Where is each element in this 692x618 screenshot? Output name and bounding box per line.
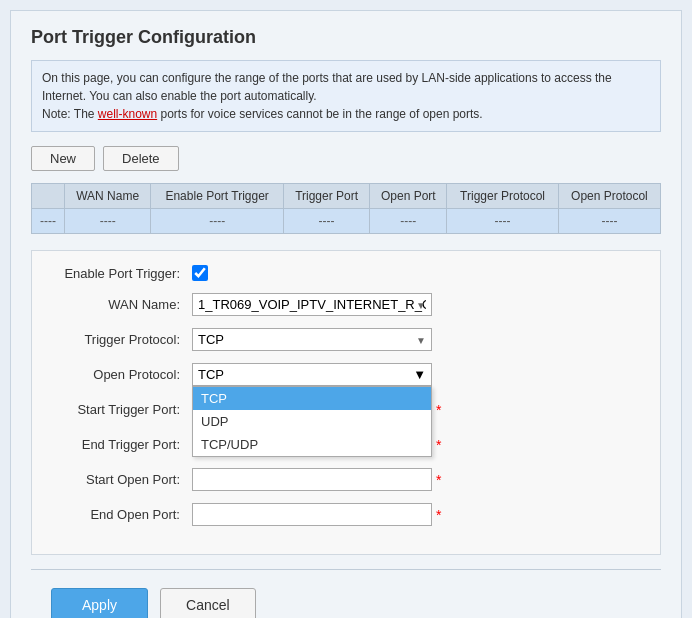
open-protocol-row: Open Protocol: TCP ▼ TCP UDP TCP/UDP	[52, 363, 640, 386]
start-open-port-row: Start Open Port: *	[52, 468, 640, 491]
open-protocol-selected-text: TCP	[198, 367, 224, 382]
trigger-protocol-select[interactable]: TCP UDP TCP/UDP	[192, 328, 432, 351]
open-protocol-arrow-icon: ▼	[413, 367, 426, 382]
action-buttons: New Delete	[31, 146, 661, 171]
config-table: WAN Name Enable Port Trigger Trigger Por…	[31, 183, 661, 234]
apply-button[interactable]: Apply	[51, 588, 148, 618]
end-open-port-required: *	[436, 507, 441, 523]
cell-open-port: ----	[370, 209, 447, 234]
end-open-port-label: End Open Port:	[52, 507, 192, 522]
info-note-suffix: ports for voice services cannot be in th…	[157, 107, 483, 121]
delete-button[interactable]: Delete	[103, 146, 179, 171]
enable-port-trigger-row: Enable Port Trigger:	[52, 265, 640, 281]
end-open-port-input[interactable]	[192, 503, 432, 526]
trigger-protocol-row: Trigger Protocol: TCP UDP TCP/UDP ▼	[52, 328, 640, 351]
col-header-open-protocol: Open Protocol	[558, 184, 660, 209]
enable-port-trigger-checkbox[interactable]	[192, 265, 208, 281]
info-highlight: well-known	[98, 107, 157, 121]
info-text-1: On this page, you can configure the rang…	[42, 71, 612, 103]
open-protocol-popup: TCP UDP TCP/UDP	[192, 386, 432, 457]
form-area: Enable Port Trigger: WAN Name: 1_TR069_V…	[31, 250, 661, 555]
wan-name-dropdown-wrapper: 1_TR069_VOIP_IPTV_INTERNET_R_GE ▼	[192, 293, 432, 316]
enable-port-trigger-label: Enable Port Trigger:	[52, 266, 192, 281]
cell-wan: ----	[64, 209, 150, 234]
end-open-port-row: End Open Port: *	[52, 503, 640, 526]
open-protocol-dropdown-container: TCP ▼ TCP UDP TCP/UDP	[192, 363, 432, 386]
col-header-trigger-port: Trigger Port	[283, 184, 369, 209]
footer-divider	[31, 569, 661, 570]
main-container: Port Trigger Configuration On this page,…	[10, 10, 682, 618]
open-protocol-label: Open Protocol:	[52, 367, 192, 382]
op-option-tcp[interactable]: TCP	[193, 387, 431, 410]
wan-name-row: WAN Name: 1_TR069_VOIP_IPTV_INTERNET_R_G…	[52, 293, 640, 316]
end-trigger-port-label: End Trigger Port:	[52, 437, 192, 452]
end-trigger-port-required: *	[436, 437, 441, 453]
start-open-port-input[interactable]	[192, 468, 432, 491]
cell-open-protocol: ----	[558, 209, 660, 234]
cell-enable: ----	[151, 209, 283, 234]
start-open-port-control	[192, 468, 432, 491]
footer-row: Apply Cancel	[31, 584, 661, 618]
trigger-protocol-label: Trigger Protocol:	[52, 332, 192, 347]
col-header-enable: Enable Port Trigger	[151, 184, 283, 209]
info-box: On this page, you can configure the rang…	[31, 60, 661, 132]
start-open-port-label: Start Open Port:	[52, 472, 192, 487]
open-protocol-display[interactable]: TCP ▼	[192, 363, 432, 386]
end-open-port-control	[192, 503, 432, 526]
start-open-port-required: *	[436, 472, 441, 488]
cell-trigger-port: ----	[283, 209, 369, 234]
table-row[interactable]: ---- ---- ---- ---- ---- ---- ----	[32, 209, 661, 234]
cell-select: ----	[32, 209, 65, 234]
info-note-prefix: Note: The	[42, 107, 98, 121]
cell-trigger-protocol: ----	[447, 209, 558, 234]
col-header-open-port: Open Port	[370, 184, 447, 209]
new-button[interactable]: New	[31, 146, 95, 171]
wan-name-select[interactable]: 1_TR069_VOIP_IPTV_INTERNET_R_GE	[192, 293, 432, 316]
start-trigger-port-required: *	[436, 402, 441, 418]
col-header-select	[32, 184, 65, 209]
page-title: Port Trigger Configuration	[31, 27, 661, 48]
col-header-trigger-protocol: Trigger Protocol	[447, 184, 558, 209]
trigger-protocol-dropdown-wrapper: TCP UDP TCP/UDP ▼	[192, 328, 432, 351]
start-trigger-port-label: Start Trigger Port:	[52, 402, 192, 417]
wan-name-label: WAN Name:	[52, 297, 192, 312]
op-option-udp[interactable]: UDP	[193, 410, 431, 433]
cancel-button[interactable]: Cancel	[160, 588, 256, 618]
op-option-tcpudp[interactable]: TCP/UDP	[193, 433, 431, 456]
col-header-wan: WAN Name	[64, 184, 150, 209]
